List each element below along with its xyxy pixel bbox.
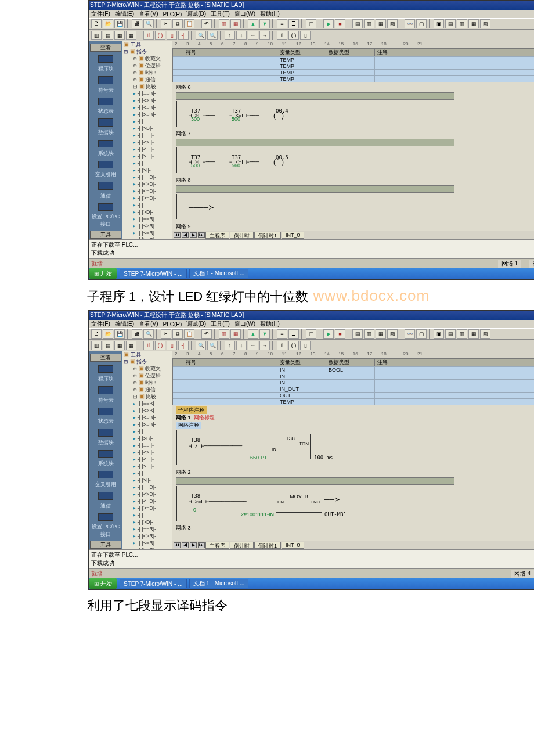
tool-j-icon[interactable]: ▤ [445, 19, 456, 28]
tab-cd1[interactable]: 倒计时1 [254, 542, 281, 549]
upload-icon[interactable]: ▲ [248, 19, 258, 28]
compile-all-icon[interactable]: ▦ [230, 329, 241, 339]
nav-symbol-table-icon[interactable] [98, 386, 113, 394]
nav-data-block-icon[interactable] [98, 429, 113, 436]
tool-f-icon[interactable]: ▦ [376, 329, 386, 339]
undo-icon[interactable]: ↶ [201, 329, 212, 339]
copy-icon[interactable]: ⧉ [172, 19, 183, 28]
taskbar-app-1[interactable]: STEP 7-Micro/WIN - ... [120, 579, 187, 588]
tool-h-icon[interactable]: ▢ [416, 19, 427, 28]
tool-c-icon[interactable]: ▢ [306, 19, 316, 28]
nav-comm[interactable]: 通信 [100, 192, 111, 200]
cut-icon[interactable]: ✂ [161, 19, 171, 28]
menu-tools[interactable]: 工具(T) [211, 320, 230, 328]
var-table[interactable]: 符号 变量类型 数据类型 注释 TEMPTEMPTEMPTEMP [172, 48, 534, 82]
view-fbd-icon[interactable]: ▦ [114, 31, 125, 40]
save-icon[interactable]: 💾 [114, 329, 125, 339]
tree-cmd[interactable]: 指令 [136, 49, 147, 55]
tree-clock[interactable]: 时钟 [145, 380, 156, 386]
ton-block[interactable]: T38 TON IN [270, 434, 311, 459]
view-stl-icon[interactable]: ▤ [103, 31, 113, 40]
tab-cd[interactable]: 倒计时 [230, 542, 254, 549]
tree-cmp-item[interactable]: ▸ -| |==I|- [122, 132, 172, 139]
tree-cmp-item[interactable]: ▸ -| |==B|- [122, 90, 172, 97]
run-icon[interactable]: ▶ [323, 19, 334, 28]
var-row[interactable]: TEMP [173, 398, 534, 405]
nav-data-block[interactable]: 数据块 [98, 439, 114, 447]
ins-coil-icon[interactable]: ( ) [155, 341, 165, 350]
var-table-2[interactable]: 符号 变量类型 数据类型 注释 INBOOLINININ_OUTOUTTEMP [172, 358, 534, 405]
nav-crossref[interactable]: 交叉引用 [95, 171, 116, 178]
start-button[interactable]: ⊞开始 [89, 268, 117, 279]
nav-symbol-table[interactable]: 符号表 [98, 397, 114, 404]
menu-debug[interactable]: 调试(D) [186, 320, 206, 328]
ex1-icon[interactable]: ⊣⊢ [277, 341, 287, 350]
tree-cmp-item[interactable]: ▸ -| | [122, 118, 172, 125]
tool-k-icon[interactable]: ▥ [457, 19, 467, 28]
tree-cmp-item[interactable]: ▸ -| | [122, 470, 172, 477]
nav-crossref-icon[interactable] [98, 161, 113, 168]
nav-r-icon[interactable]: → [259, 31, 270, 40]
tab-prev-icon[interactable]: ◀ [182, 232, 189, 238]
tree-cmp-item[interactable]: ▸ -| |<>I|- [122, 139, 172, 146]
taskbar-app-2[interactable]: 文档 1 - Microsoft ... [189, 269, 249, 278]
tree-cmp-item[interactable]: ▸ -| |<=I|- [122, 456, 172, 463]
menu-file[interactable]: 文件(F) [91, 320, 110, 328]
tree-root[interactable]: 工具 [131, 352, 141, 358]
ex3-icon[interactable]: ▯ [300, 31, 311, 40]
tree-cmp-item[interactable]: ▸ -| |<=I|- [122, 146, 172, 153]
ex1-icon[interactable]: ⊣⊢ [277, 31, 287, 40]
view-lad-icon[interactable]: ▥ [91, 31, 102, 40]
undo-icon[interactable]: ↶ [201, 19, 212, 28]
nav-data-block-icon[interactable] [98, 118, 113, 126]
tool-k-icon[interactable]: ▥ [457, 329, 467, 339]
nav-pgpc-icon[interactable] [98, 513, 113, 521]
nav-comm[interactable]: 通信 [100, 502, 111, 510]
copy-icon[interactable]: ⧉ [172, 329, 183, 339]
var-row[interactable]: IN [173, 373, 534, 379]
nav-header[interactable]: 查看 [90, 354, 121, 362]
tool-j-icon[interactable]: ▤ [445, 329, 456, 339]
tree-cmp-item[interactable]: ▸ -| |>=D|- [122, 195, 172, 201]
tool-f-icon[interactable]: ▦ [376, 19, 386, 28]
preview-icon[interactable]: 🔍 [143, 19, 154, 28]
var-row[interactable]: OUT [173, 392, 534, 398]
tree-cmp-item[interactable]: ▸ -| |>I|- [122, 167, 172, 174]
ins-branch-icon[interactable]: ┤ [178, 31, 189, 40]
tree-cmp-item[interactable]: ▸ -| |<=R|- [122, 539, 172, 546]
var-row[interactable]: TEMP [173, 63, 534, 69]
tree-cmp-item[interactable]: ▸ -| |<>D|- [122, 181, 172, 188]
zoom2-icon[interactable]: 🔍 [207, 31, 218, 40]
tool-a-icon[interactable]: ≡ [277, 329, 287, 339]
tab-last-icon[interactable]: ⏭ [198, 542, 205, 548]
tree-cmp-item[interactable]: ▸ -| |<>B|- [122, 97, 172, 104]
grid-icon[interactable]: ▦ [126, 341, 136, 350]
tab-int0[interactable]: INT_0 [282, 232, 304, 239]
menu-window[interactable]: 窗口(W) [234, 10, 255, 18]
nav-footer[interactable]: 工具 [90, 541, 121, 549]
tree-bit[interactable]: 位逻辑 [145, 373, 161, 379]
nav-crossref-icon[interactable] [98, 471, 113, 478]
tree-cmp-item[interactable]: ▸ -| |>=I|- [122, 153, 172, 160]
start-button[interactable]: ⊞开始 [89, 578, 117, 589]
menu-plc[interactable]: PLC(P) [163, 321, 182, 327]
var-row[interactable]: TEMP [173, 56, 534, 63]
tree-cmp-item[interactable]: ▸ -| |>D|- [122, 519, 172, 525]
tree-bit[interactable]: 位逻辑 [145, 63, 161, 69]
movb-block[interactable]: MOV_B ENENO [276, 492, 322, 513]
ex3-icon[interactable]: ▯ [300, 341, 311, 350]
download-icon[interactable]: ▼ [259, 19, 270, 28]
nav-crossref[interactable]: 交叉引用 [95, 481, 116, 488]
nav-l-icon[interactable]: ← [248, 31, 258, 40]
tool-l-icon[interactable]: ▦ [468, 19, 479, 28]
ladder-area[interactable]: 网络 6 T37 ⊣ >I ⊢─── 300 T37 ⊣ <=I ⊢─── 50… [172, 82, 534, 231]
tree-cmp-item[interactable]: ▸ -| | [122, 160, 172, 167]
menu-view[interactable]: 查看(V) [139, 320, 158, 328]
grid-icon[interactable]: ▦ [126, 31, 136, 40]
tool-d-icon[interactable]: ▤ [352, 329, 363, 339]
nav-status-table[interactable]: 状态表 [98, 417, 114, 425]
nav-header[interactable]: 查看 [90, 44, 121, 52]
menu-plc[interactable]: PLC(P) [163, 11, 182, 17]
tree-cmp[interactable]: 比较 [146, 84, 156, 89]
view-stl-icon[interactable]: ▤ [103, 341, 113, 350]
